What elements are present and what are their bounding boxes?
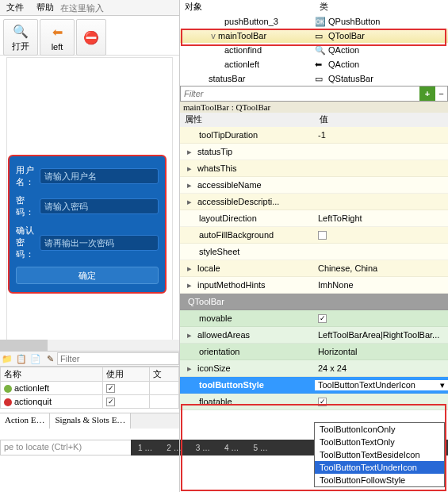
checkbox[interactable]: ✓: [318, 314, 327, 323]
dropdown-option[interactable]: ToolButtonFollowStyle: [315, 474, 444, 486]
remove-button[interactable]: −: [435, 86, 447, 101]
filter-input[interactable]: [181, 86, 419, 101]
prop-name: accessibleDescripti...: [197, 197, 279, 206]
prop-name: locale: [197, 263, 220, 273]
col-property[interactable]: 属性: [180, 113, 315, 127]
arrow-left-icon: ⬅: [48, 24, 66, 41]
checkbox[interactable]: ✓: [106, 384, 115, 393]
tab-action-editor[interactable]: Action E…: [0, 413, 50, 429]
col-class[interactable]: 类: [315, 0, 333, 14]
col-value[interactable]: 值: [315, 113, 333, 127]
prop-name: accessibleName: [197, 180, 262, 190]
confirm-button[interactable]: 确定: [16, 267, 159, 284]
menu-input[interactable]: [60, 3, 116, 13]
tree-row[interactable]: actionfind🔍QAction: [180, 43, 448, 57]
prop-value: LeftToRight: [318, 213, 362, 223]
confirm-field[interactable]: [40, 235, 159, 251]
class-icon: 🔍: [315, 45, 326, 55]
checkbox[interactable]: [318, 231, 327, 240]
tree-label: actionleft: [224, 60, 259, 69]
class-label: QAction: [328, 45, 359, 55]
table-row[interactable]: actionquit ✓: [1, 395, 179, 409]
checkbox[interactable]: ✓: [318, 398, 327, 406]
tab-signals-slots[interactable]: Signals & Slots E…: [50, 413, 131, 429]
menubar: 文件 帮助: [0, 0, 179, 16]
num-item[interactable]: 1 …: [131, 444, 159, 452]
prop-value: LeftToolBarArea|RightToolBar...: [318, 330, 439, 340]
prop-value: -1: [318, 130, 326, 140]
property-row[interactable]: ▸allowedAreasLeftToolBarArea|RightToolBa…: [180, 327, 448, 344]
action-table: 名称 使用 文 actionleft ✓ actionquit ✓: [0, 367, 179, 413]
tree-label: pushButton_3: [224, 17, 278, 26]
close-button[interactable]: ⛔: [76, 19, 106, 56]
tree-label: actionfind: [224, 45, 262, 55]
left-button[interactable]: ⬅ left: [40, 19, 75, 56]
object-tree: pushButton_3🆗QPushButtonvmainToolBar▭QTo…: [180, 14, 448, 86]
h-scrollbar[interactable]: [0, 340, 179, 351]
property-row[interactable]: ▸accessibleName: [180, 177, 448, 194]
tree-row[interactable]: vmainToolBar▭QToolBar: [180, 29, 448, 43]
prop-name: statusTip: [197, 147, 232, 156]
prop-name: toolTipDuration: [199, 130, 258, 140]
property-row[interactable]: ▸whatsThis: [180, 160, 448, 177]
class-label: QPushButton: [328, 17, 380, 26]
property-row[interactable]: ▸statusTip: [180, 144, 448, 160]
class-label: QStatusBar: [328, 74, 373, 83]
tree-row[interactable]: actionleft⬅QAction: [180, 57, 448, 71]
pwd-field[interactable]: [40, 198, 159, 214]
folder-icon[interactable]: 📁: [0, 354, 14, 364]
left-label: left: [52, 42, 63, 52]
prop-name: movable: [199, 313, 232, 323]
new-icon[interactable]: 📄: [29, 354, 43, 364]
class-label: QToolBar: [328, 31, 365, 40]
bottom-tabs: Action E… Signals & Slots E…: [0, 413, 179, 429]
object-inspector-header: 对象 类: [180, 0, 448, 14]
property-row[interactable]: autoFillBackground: [180, 227, 448, 244]
property-row[interactable]: QToolBar: [180, 294, 448, 310]
action-icon: [4, 385, 12, 393]
property-row[interactable]: layoutDirectionLeftToRight: [180, 210, 448, 227]
property-row[interactable]: floatable✓: [180, 394, 448, 410]
property-row[interactable]: orientationHorizontal: [180, 344, 448, 360]
open-label: 打开: [12, 40, 29, 52]
prop-value: ToolButtonTextUnderIcon: [318, 380, 415, 390]
col-object[interactable]: 对象: [180, 0, 315, 14]
tree-row[interactable]: pushButton_3🆗QPushButton: [180, 14, 448, 29]
user-field[interactable]: [40, 168, 159, 184]
tree-label: statusBar: [209, 74, 245, 83]
chevron-down-icon[interactable]: ▾: [440, 380, 445, 390]
dropdown-option[interactable]: ToolButtonTextUnderIcon: [315, 461, 444, 474]
edit-icon[interactable]: ✎: [43, 354, 57, 364]
property-row[interactable]: ▸iconSize24 x 24: [180, 360, 448, 377]
tree-row[interactable]: statusBar▭QStatusBar: [180, 71, 448, 86]
col-used[interactable]: 使用: [103, 367, 149, 382]
property-row[interactable]: movable✓: [180, 310, 448, 327]
filter-row: + −: [180, 86, 448, 102]
mini-filter[interactable]: [57, 352, 179, 365]
dropdown-option[interactable]: ToolButtonTextOnly: [315, 436, 444, 448]
checkbox[interactable]: ✓: [106, 398, 115, 406]
dropdown-option[interactable]: ToolButtonTextBesideIcon: [315, 448, 444, 461]
prop-name: inputMethodHints: [197, 280, 266, 290]
property-row[interactable]: ▸inputMethodHintsImhNone: [180, 277, 448, 294]
prop-value: ImhNone: [318, 280, 354, 290]
copy-icon[interactable]: 📋: [14, 354, 29, 364]
toolbuttonstyle-dropdown[interactable]: ToolButtonIconOnlyToolButtonTextOnlyTool…: [314, 422, 445, 487]
add-button[interactable]: +: [419, 86, 435, 101]
prop-name: QToolBar: [188, 297, 224, 306]
menu-file[interactable]: 文件: [0, 0, 30, 15]
dropdown-option[interactable]: ToolButtonIconOnly: [315, 423, 444, 436]
menu-help[interactable]: 帮助: [30, 0, 60, 15]
open-button[interactable]: 🔍 打开: [3, 19, 38, 56]
col-text[interactable]: 文: [149, 367, 178, 382]
property-row[interactable]: toolTipDuration-1: [180, 127, 448, 144]
table-row[interactable]: actionleft ✓: [1, 382, 179, 395]
prop-value: 24 x 24: [318, 363, 347, 373]
property-row[interactable]: styleSheet: [180, 244, 448, 260]
property-row[interactable]: ▸localeChinese, China: [180, 260, 448, 277]
toolbar: 🔍 打开 ⬅ left ⛔: [0, 16, 179, 56]
prop-name: layoutDirection: [199, 213, 257, 223]
col-name[interactable]: 名称: [1, 367, 103, 382]
property-row[interactable]: ▸accessibleDescripti...: [180, 194, 448, 210]
property-row[interactable]: toolButtonStyleToolButtonTextUnderIcon▾: [180, 377, 448, 394]
